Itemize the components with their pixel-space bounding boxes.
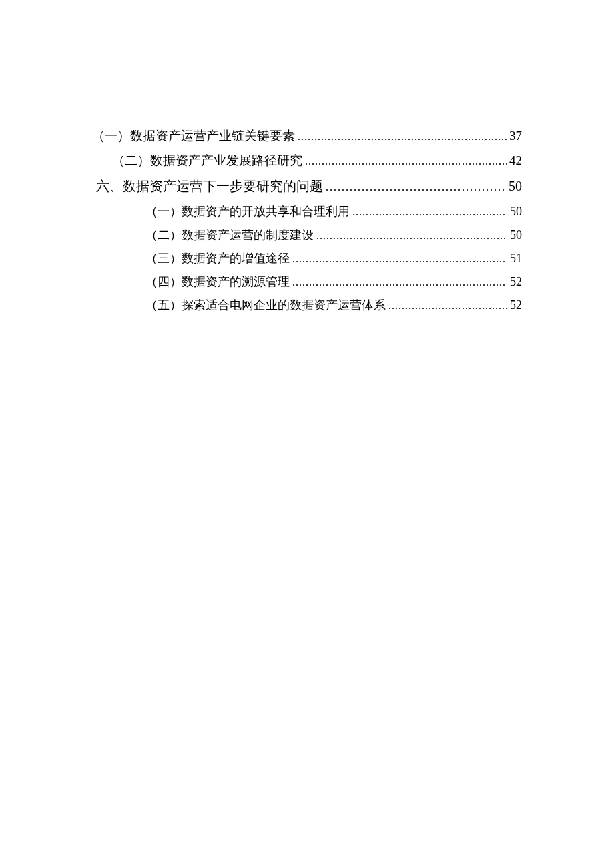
toc-label: （三）数据资产的增值途径 <box>145 247 290 270</box>
toc-page-number: 42 <box>509 149 522 173</box>
toc-label: （二）数据资产产业发展路径研究 <box>112 149 302 173</box>
toc-page-number: 52 <box>510 294 522 316</box>
toc-sub-entry: （二）数据资产运营的制度建设 50 <box>92 224 522 247</box>
toc-leader-dots <box>388 294 507 317</box>
toc-label: 六、数据资产运营下一步要研究的问题 <box>96 173 323 199</box>
toc-entry: （一）数据资产运营产业链关键要素 37 <box>92 124 522 149</box>
toc-leader-dots <box>352 201 507 224</box>
toc-sub-entry: （五）探索适合电网企业的数据资产运营体系 52 <box>92 294 522 317</box>
toc-page-number: 50 <box>509 173 522 199</box>
toc-page-number: 51 <box>510 247 522 270</box>
toc-sub-entry: （四）数据资产的溯源管理 52 <box>92 270 522 294</box>
toc-label: （四）数据资产的溯源管理 <box>145 270 290 293</box>
toc-page-number: 50 <box>510 200 522 223</box>
document-page: （一）数据资产运营产业链关键要素 37 （二）数据资产产业发展路径研究 42 六… <box>0 0 614 317</box>
toc-page-number: 50 <box>510 224 522 246</box>
toc-section-heading: 六、数据资产运营下一步要研究的问题 50 <box>92 173 522 200</box>
toc-label: （二）数据资产运营的制度建设 <box>145 224 314 246</box>
toc-leader-dots <box>298 125 507 149</box>
toc-leader-dots <box>305 149 507 173</box>
toc-label: （一）数据资产的开放共享和合理利用 <box>145 200 350 223</box>
toc-page-number: 37 <box>509 124 522 148</box>
toc-leader-dots <box>292 271 507 294</box>
toc-leader-dots <box>326 175 506 200</box>
toc-entry: （二）数据资产产业发展路径研究 42 <box>92 149 522 173</box>
toc-label: （五）探索适合电网企业的数据资产运营体系 <box>145 294 386 316</box>
toc-page-number: 52 <box>510 270 522 293</box>
toc-label: （一）数据资产运营产业链关键要素 <box>92 124 295 148</box>
toc-leader-dots <box>292 248 507 270</box>
toc-sub-entry: （一）数据资产的开放共享和合理利用 50 <box>92 200 522 224</box>
toc-leader-dots <box>316 224 507 247</box>
toc-sub-entry: （三）数据资产的增值途径 51 <box>92 247 522 270</box>
